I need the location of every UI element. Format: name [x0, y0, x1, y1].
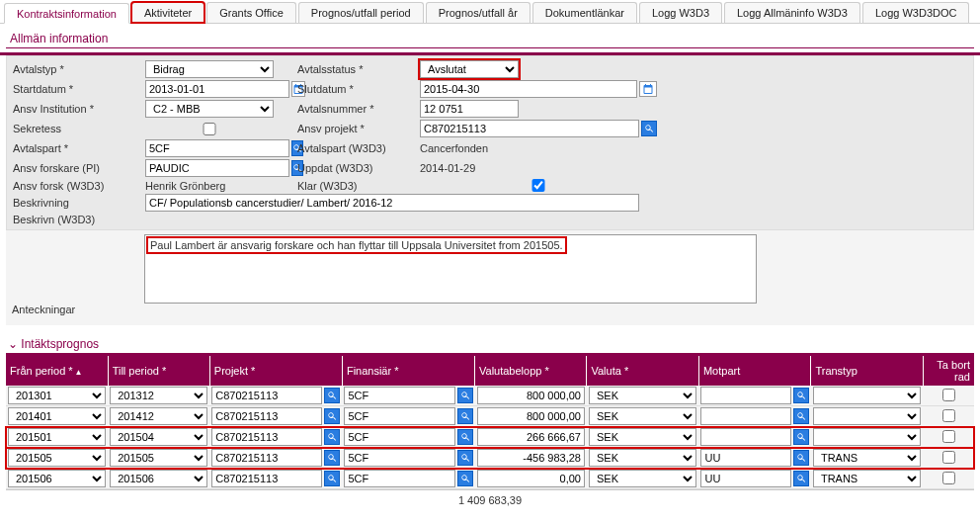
- search-icon[interactable]: [457, 388, 473, 403]
- tab-prognos-utfall-r[interactable]: Prognos/utfall år: [426, 2, 531, 23]
- search-icon[interactable]: [793, 450, 809, 466]
- input-finansiar[interactable]: [344, 387, 454, 404]
- col-projekt[interactable]: Projekt *: [209, 356, 342, 386]
- tab-logg-w3d3[interactable]: Logg W3D3: [639, 2, 722, 23]
- search-icon[interactable]: [457, 471, 473, 486]
- section-title-general: Allmän information: [6, 24, 974, 48]
- input-avtalspart[interactable]: [145, 139, 289, 157]
- col-valuta[interactable]: Valuta *: [587, 356, 698, 386]
- input-finansiar[interactable]: [344, 428, 454, 446]
- select-transtyp[interactable]: TRANS: [813, 470, 921, 487]
- search-icon[interactable]: [457, 408, 473, 424]
- input-startdatum[interactable]: [145, 80, 289, 98]
- checkbox-delete-row[interactable]: [942, 430, 955, 443]
- select-transtyp[interactable]: TRANS: [813, 449, 921, 467]
- label-startdatum: Startdatum *: [13, 83, 141, 95]
- select-till-period[interactable]: 201505: [110, 449, 207, 467]
- input-motpart[interactable]: [700, 407, 790, 425]
- col-tabort[interactable]: Ta bort rad: [923, 356, 974, 386]
- input-valutabelopp[interactable]: [477, 407, 585, 425]
- select-avtalstyp[interactable]: Bidrag: [145, 60, 274, 78]
- search-icon[interactable]: [324, 450, 340, 466]
- input-projekt[interactable]: [211, 449, 322, 467]
- col-valutabelopp[interactable]: Valutabelopp *: [475, 356, 587, 386]
- col-fran[interactable]: Från period *▲: [6, 356, 108, 386]
- input-ansv-forskare[interactable]: [145, 159, 289, 177]
- input-projekt[interactable]: [211, 428, 322, 446]
- select-valuta[interactable]: SEK: [589, 407, 696, 425]
- calendar-icon[interactable]: [639, 81, 657, 97]
- select-till-period[interactable]: 201412: [110, 407, 207, 425]
- select-transtyp[interactable]: [813, 407, 921, 425]
- select-fran-period[interactable]: 201401: [8, 407, 106, 425]
- select-till-period[interactable]: 201506: [110, 470, 207, 487]
- input-projekt[interactable]: [211, 407, 322, 425]
- tab-aktiviteter[interactable]: Aktiviteter: [131, 2, 204, 23]
- select-valuta[interactable]: SEK: [589, 449, 696, 467]
- input-valutabelopp[interactable]: [477, 387, 585, 404]
- input-valutabelopp[interactable]: [477, 470, 585, 487]
- search-icon[interactable]: [457, 450, 473, 466]
- tab-prognos-utfall-period[interactable]: Prognos/utfall period: [298, 2, 424, 23]
- select-valuta[interactable]: SEK: [589, 387, 696, 404]
- search-icon[interactable]: [324, 388, 340, 403]
- sort-icon: ▲: [73, 368, 83, 377]
- search-icon[interactable]: [793, 429, 809, 445]
- collapse-icon[interactable]: ⌄: [8, 337, 18, 351]
- select-fran-period[interactable]: 201301: [8, 387, 106, 404]
- form-general: Avtalstyp * Bidrag Avtalsstatus * Avslut…: [6, 55, 974, 230]
- checkbox-klar[interactable]: [420, 179, 657, 192]
- select-till-period[interactable]: 201504: [110, 428, 207, 446]
- value-avtalspart-w3d3: Cancerfonden: [420, 142, 657, 154]
- search-icon[interactable]: [457, 429, 473, 445]
- tab-logg-allm-ninfo-w3d3[interactable]: Logg Allmäninfo W3D3: [724, 2, 860, 23]
- col-till[interactable]: Till period *: [108, 356, 209, 386]
- col-motpart[interactable]: Motpart: [698, 356, 810, 386]
- col-transtyp[interactable]: Transtyp: [811, 356, 923, 386]
- input-motpart[interactable]: [700, 470, 790, 487]
- input-valutabelopp[interactable]: [477, 449, 585, 467]
- input-finansiar[interactable]: [344, 407, 454, 425]
- select-till-period[interactable]: 201312: [110, 387, 207, 404]
- select-transtyp[interactable]: [813, 428, 921, 446]
- notes-highlight-text: Paul Lambert är ansvarig forskare och ha…: [148, 238, 565, 252]
- input-motpart[interactable]: [700, 428, 790, 446]
- input-projekt[interactable]: [211, 470, 322, 487]
- input-projekt[interactable]: [211, 387, 322, 404]
- checkbox-delete-row[interactable]: [942, 389, 955, 401]
- checkbox-delete-row[interactable]: [942, 472, 955, 484]
- input-beskrivning[interactable]: [145, 194, 639, 212]
- search-icon[interactable]: [793, 388, 809, 403]
- col-finansiar[interactable]: Finansiär *: [342, 356, 474, 386]
- input-motpart[interactable]: [700, 387, 790, 404]
- tab-dokumentl-nkar[interactable]: Dokumentlänkar: [532, 2, 637, 23]
- select-fran-period[interactable]: 201505: [8, 449, 106, 467]
- input-motpart[interactable]: [700, 449, 790, 467]
- select-transtyp[interactable]: [813, 387, 921, 404]
- input-valutabelopp[interactable]: [477, 428, 585, 446]
- search-icon[interactable]: [324, 471, 340, 486]
- search-icon[interactable]: [793, 471, 809, 486]
- search-icon[interactable]: [324, 429, 340, 445]
- checkbox-sekretess[interactable]: [145, 123, 274, 135]
- select-fran-period[interactable]: 201501: [8, 428, 106, 446]
- checkbox-delete-row[interactable]: [942, 409, 955, 422]
- checkbox-delete-row[interactable]: [942, 451, 955, 464]
- tab-kontraktsinformation[interactable]: Kontraktsinformation: [4, 3, 129, 24]
- select-avtalsstatus[interactable]: Avslutat: [420, 60, 519, 78]
- input-slutdatum[interactable]: [420, 80, 637, 98]
- search-icon[interactable]: [641, 121, 657, 136]
- tab-logg-w3d3doc[interactable]: Logg W3D3DOC: [862, 2, 970, 23]
- input-avtalsnummer[interactable]: [420, 100, 519, 118]
- input-finansiar[interactable]: [344, 470, 454, 487]
- search-icon[interactable]: [793, 408, 809, 424]
- select-valuta[interactable]: SEK: [589, 428, 696, 446]
- input-ansv-projekt[interactable]: [420, 120, 639, 137]
- input-finansiar[interactable]: [344, 449, 454, 467]
- select-ansv-inst[interactable]: C2 - MBB: [145, 100, 274, 118]
- search-icon[interactable]: [324, 408, 340, 424]
- select-valuta[interactable]: SEK: [589, 470, 696, 487]
- select-fran-period[interactable]: 201506: [8, 470, 106, 487]
- notes-area: Anteckningar Paul Lambert är ansvarig fo…: [6, 230, 974, 325]
- tab-grants-office[interactable]: Grants Office: [206, 2, 296, 23]
